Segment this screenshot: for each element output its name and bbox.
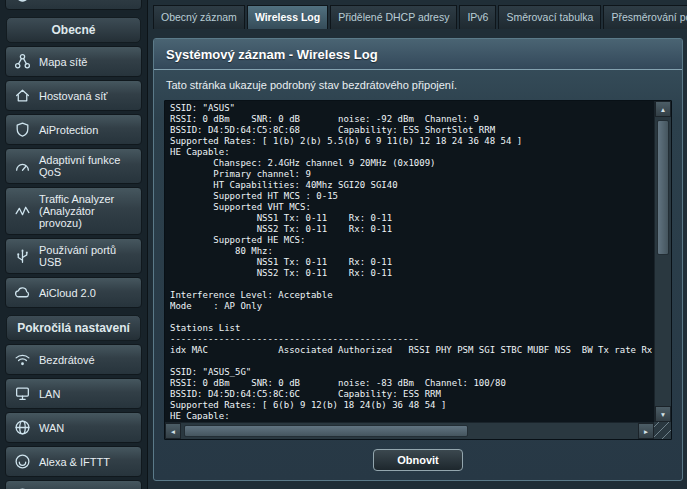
sidebar-item-label: Alexa & IFTTT — [39, 456, 110, 468]
horizontal-scroll-thumb[interactable] — [184, 425, 468, 437]
tab-dhcp-leases[interactable]: Přidělené DHCP adresy — [330, 5, 457, 29]
button-row: Obnovit — [154, 444, 682, 480]
traffic-analyzer-icon — [12, 202, 32, 220]
page-title: Systémový záznam - Wireless Log — [154, 39, 682, 70]
router-admin-screen: Internet Obecné Mapa sítě Hostovaná síť … — [0, 0, 687, 489]
horizontal-scrollbar[interactable]: ◄ ► — [165, 422, 654, 439]
sidebar-item-label: Mapa sítě — [39, 56, 87, 68]
wireless-log-panel: Systémový záznam - Wireless Log Tato str… — [153, 38, 683, 481]
scroll-left-icon[interactable]: ◄ — [165, 423, 181, 439]
wifi-icon — [12, 351, 32, 369]
tab-ipv6[interactable]: IPv6 — [459, 5, 496, 29]
log-text: SSID: "ASUS" RSSI: 0 dBm SNR: 0 dB noise… — [170, 103, 652, 420]
alexa-icon — [12, 453, 32, 471]
textarea-resize-grip[interactable] — [654, 422, 671, 439]
sidebar-item-label: LAN — [39, 388, 60, 400]
cloud-icon — [12, 284, 32, 302]
sidebar-item-ipv6[interactable]: 6 IPv6 — [5, 480, 142, 489]
tab-general-log[interactable]: Obecný záznam — [153, 5, 245, 29]
sidebar-item-label: AiCloud 2.0 — [39, 287, 96, 299]
wireless-log-textarea[interactable]: SSID: "ASUS" RSSI: 0 dBm SNR: 0 dB noise… — [164, 100, 672, 440]
sidebar-item-label: Internet — [39, 0, 76, 1]
vertical-scrollbar[interactable]: ▲ ▼ — [654, 101, 671, 422]
refresh-button[interactable]: Obnovit — [373, 449, 463, 471]
tab-routing-table[interactable]: Směrovací tabulka — [498, 5, 601, 29]
sidebar-item-label: WAN — [39, 422, 64, 434]
qos-gauge-icon — [12, 157, 32, 175]
sidebar-item-alexa-ifttt[interactable]: Alexa & IFTTT — [5, 446, 142, 477]
usb-icon — [12, 247, 32, 265]
sidebar-item-label: AiProtection — [39, 124, 98, 136]
tab-wireless-log[interactable]: Wireless Log — [247, 5, 328, 29]
sidebar-item-guest-network[interactable]: Hostovaná síť — [5, 80, 142, 111]
log-tabbar: Obecný záznam Wireless Log Přidělené DHC… — [153, 5, 685, 29]
sidebar-item-usb-application[interactable]: Používání portů USB — [5, 238, 142, 274]
sidebar-item-label: Hostovaná síť — [39, 90, 107, 102]
shield-icon — [12, 121, 32, 139]
network-map-icon — [12, 53, 32, 71]
sidebar-item-internet[interactable]: Internet — [5, 0, 142, 10]
sidebar: Internet Obecné Mapa sítě Hostovaná síť … — [0, 0, 148, 489]
scroll-up-icon[interactable]: ▲ — [655, 101, 671, 117]
wan-globe-icon — [12, 419, 32, 437]
scroll-down-icon[interactable]: ▼ — [655, 406, 671, 422]
page-description: Tato stránka ukazuje podrobný stav bezdr… — [154, 70, 682, 94]
sidebar-item-aicloud[interactable]: AiCloud 2.0 — [5, 277, 142, 308]
sidebar-item-label: Adaptivní funkce QoS — [39, 154, 135, 178]
sidebar-item-lan[interactable]: LAN — [5, 378, 142, 409]
lan-monitor-icon — [12, 385, 32, 403]
tab-port-forwarding[interactable]: Přesměrování portů — [603, 5, 687, 29]
guest-network-icon — [12, 87, 32, 105]
sidebar-item-network-map[interactable]: Mapa sítě — [5, 46, 142, 77]
sidebar-section-header-general: Obecné — [6, 17, 141, 43]
sidebar-item-traffic-analyzer[interactable]: Traffic Analyzer (Analyzátor provozu) — [5, 187, 142, 235]
sidebar-item-label: Traffic Analyzer (Analyzátor provozu) — [39, 193, 135, 229]
sidebar-item-label: Bezdrátové — [39, 354, 95, 366]
sidebar-item-wan[interactable]: WAN — [5, 412, 142, 443]
vertical-scroll-thumb[interactable] — [657, 120, 669, 255]
sidebar-item-label: Používání portů USB — [39, 244, 135, 268]
sidebar-section-header-advanced: Pokročilá nastavení — [6, 315, 141, 341]
sidebar-item-aiprotection[interactable]: AiProtection — [5, 114, 142, 145]
sidebar-item-wireless[interactable]: Bezdrátové — [5, 344, 142, 375]
scroll-right-icon[interactable]: ► — [638, 423, 654, 439]
internet-globe-icon — [12, 0, 32, 4]
main-content: Obecný záznam Wireless Log Přidělené DHC… — [149, 0, 687, 489]
sidebar-item-adaptive-qos[interactable]: Adaptivní funkce QoS — [5, 148, 142, 184]
